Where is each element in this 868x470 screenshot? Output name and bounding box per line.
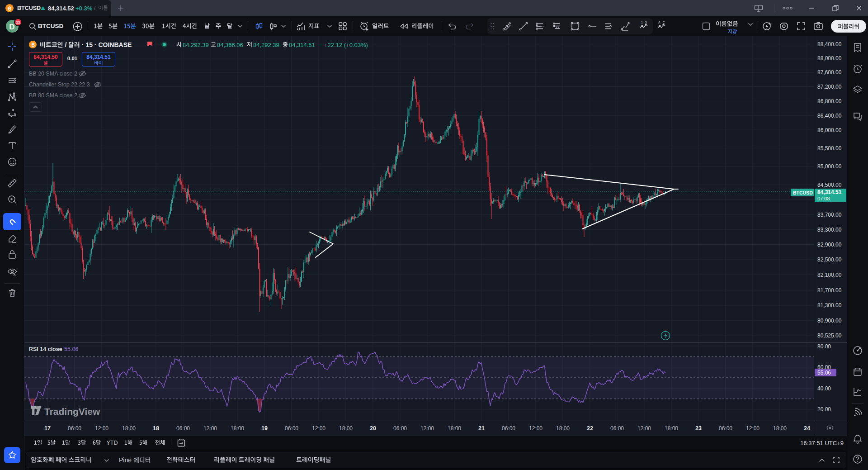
svg-text:5: 5 (645, 21, 647, 24)
svg-text:C: C (663, 21, 665, 24)
svg-text:1: 1 (641, 21, 643, 24)
svg-text:A: A (658, 21, 660, 24)
